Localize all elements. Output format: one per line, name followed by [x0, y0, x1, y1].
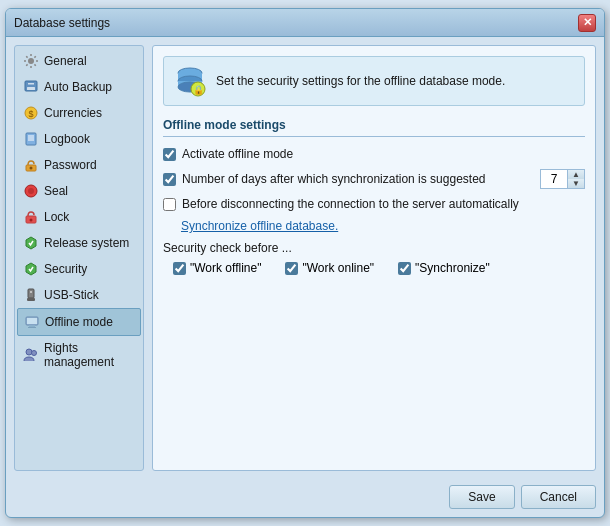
- activate-offline-label[interactable]: Activate offline mode: [182, 147, 293, 161]
- sidebar-label-seal: Seal: [44, 184, 68, 198]
- sidebar-label-currencies: Currencies: [44, 106, 102, 120]
- sync-days-checkbox[interactable]: [163, 173, 176, 186]
- seal-icon: [23, 183, 39, 199]
- cancel-button[interactable]: Cancel: [521, 485, 596, 509]
- main-content: GeneralAuto Backup$CurrenciesLogbookPass…: [6, 37, 604, 479]
- svg-text:🔒: 🔒: [193, 84, 205, 96]
- sidebar-label-offline-mode: Offline mode: [45, 315, 113, 329]
- svg-rect-22: [27, 318, 37, 324]
- sidebar-label-general: General: [44, 54, 87, 68]
- spin-down-button[interactable]: ▼: [568, 179, 584, 188]
- info-box: 🔒 Set the security settings for the offl…: [163, 56, 585, 106]
- security-check-label: Security check before ...: [163, 241, 585, 255]
- svg-rect-16: [28, 289, 34, 298]
- usb-stick-icon: [23, 287, 39, 303]
- currencies-icon: $: [23, 105, 39, 121]
- general-icon: [23, 53, 39, 69]
- rights-management-icon: [23, 347, 39, 363]
- sidebar-label-lock: Lock: [44, 210, 69, 224]
- window-title: Database settings: [14, 16, 110, 30]
- info-text: Set the security settings for the offlin…: [216, 74, 505, 88]
- sidebar-item-auto-backup[interactable]: Auto Backup: [17, 74, 141, 100]
- logbook-icon: [23, 131, 39, 147]
- svg-rect-6: [26, 133, 36, 145]
- disconnect-checkbox[interactable]: [163, 198, 176, 211]
- sidebar-label-usb-stick: USB-Stick: [44, 288, 99, 302]
- sidebar-item-release-system[interactable]: Release system: [17, 230, 141, 256]
- check-work-offline-checkbox[interactable]: [173, 262, 186, 275]
- activate-offline-checkbox[interactable]: [163, 148, 176, 161]
- disconnect-row: Before disconnecting the connection to t…: [163, 197, 585, 211]
- days-spinbox: ▲ ▼: [540, 169, 585, 189]
- check-item-work-online: "Work online": [285, 261, 374, 275]
- svg-point-24: [32, 351, 37, 356]
- svg-rect-3: [28, 83, 34, 85]
- sidebar-label-auto-backup: Auto Backup: [44, 80, 112, 94]
- svg-rect-20: [29, 325, 35, 327]
- check-work-online-label[interactable]: "Work online": [302, 261, 374, 275]
- sidebar-item-offline-mode[interactable]: Offline mode: [17, 308, 141, 336]
- offline-mode-icon: [24, 314, 40, 330]
- sidebar-label-security: Security: [44, 262, 87, 276]
- sidebar-label-rights-management: Rights management: [44, 341, 135, 369]
- check-synchronize-label[interactable]: "Synchronize": [415, 261, 490, 275]
- svg-point-0: [28, 58, 34, 64]
- svg-point-11: [30, 167, 33, 170]
- sidebar-item-security[interactable]: Security: [17, 256, 141, 282]
- auto-backup-icon: [23, 79, 39, 95]
- sidebar-item-rights-management[interactable]: Rights management: [17, 336, 141, 374]
- sidebar-item-currencies[interactable]: $Currencies: [17, 100, 141, 126]
- svg-point-15: [30, 219, 33, 222]
- sidebar-label-logbook: Logbook: [44, 132, 90, 146]
- sync-days-row: Number of days after which synchronizati…: [163, 169, 585, 189]
- security-icon: [23, 261, 39, 277]
- db-security-icon: 🔒: [174, 65, 206, 97]
- svg-text:$: $: [28, 109, 33, 119]
- svg-rect-2: [27, 87, 35, 90]
- sidebar-item-usb-stick[interactable]: USB-Stick: [17, 282, 141, 308]
- spin-up-button[interactable]: ▲: [568, 170, 584, 179]
- titlebar: Database settings ✕: [6, 9, 604, 37]
- check-item-synchronize: "Synchronize": [398, 261, 490, 275]
- sidebar-item-password[interactable]: Password: [17, 152, 141, 178]
- svg-point-13: [28, 188, 34, 194]
- svg-point-23: [26, 349, 32, 355]
- close-button[interactable]: ✕: [578, 14, 596, 32]
- check-work-online-checkbox[interactable]: [285, 262, 298, 275]
- days-input[interactable]: [540, 169, 568, 189]
- svg-rect-21: [28, 327, 36, 328]
- sidebar-label-release-system: Release system: [44, 236, 129, 250]
- check-work-offline-label[interactable]: "Work offline": [190, 261, 261, 275]
- sidebar-item-lock[interactable]: Lock: [17, 204, 141, 230]
- security-checks: "Work offline""Work online""Synchronize": [173, 261, 585, 275]
- spinbox-buttons: ▲ ▼: [568, 169, 585, 189]
- sync-link[interactable]: Synchronize offline database.: [181, 219, 585, 233]
- footer: Save Cancel: [6, 479, 604, 517]
- section-title: Offline mode settings: [163, 118, 585, 137]
- activate-offline-row: Activate offline mode: [163, 147, 585, 161]
- settings-panel: 🔒 Set the security settings for the offl…: [152, 45, 596, 471]
- save-button[interactable]: Save: [449, 485, 514, 509]
- sidebar-item-general[interactable]: General: [17, 48, 141, 74]
- check-synchronize-checkbox[interactable]: [398, 262, 411, 275]
- database-settings-window: Database settings ✕ GeneralAuto Backup$C…: [5, 8, 605, 518]
- svg-rect-18: [30, 291, 32, 293]
- password-icon: [23, 157, 39, 173]
- sidebar-item-seal[interactable]: Seal: [17, 178, 141, 204]
- sync-days-label[interactable]: Number of days after which synchronizati…: [182, 172, 486, 186]
- sidebar-label-password: Password: [44, 158, 97, 172]
- sidebar: GeneralAuto Backup$CurrenciesLogbookPass…: [14, 45, 144, 471]
- disconnect-label[interactable]: Before disconnecting the connection to t…: [182, 197, 519, 211]
- svg-rect-17: [27, 298, 35, 301]
- check-item-work-offline: "Work offline": [173, 261, 261, 275]
- lock-icon: [23, 209, 39, 225]
- release-system-icon: [23, 235, 39, 251]
- sidebar-item-logbook[interactable]: Logbook: [17, 126, 141, 152]
